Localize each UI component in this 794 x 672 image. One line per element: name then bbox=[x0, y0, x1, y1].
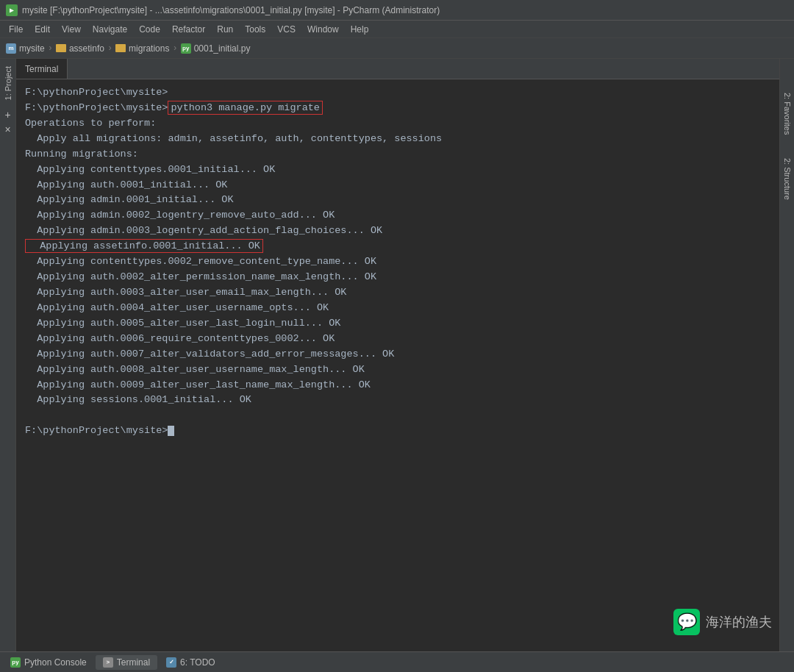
sidebar-tab-project[interactable]: 1: Project bbox=[1, 62, 15, 104]
breadcrumb-sep-3: › bbox=[172, 43, 177, 54]
terminal-line-14: Applying auth.0004_alter_user_username_o… bbox=[25, 301, 770, 316]
bottom-tab-label: Terminal bbox=[117, 657, 150, 668]
breadcrumb-label-file: 0001_initial.py bbox=[194, 43, 251, 54]
breadcrumb-migrations[interactable]: migrations bbox=[115, 43, 169, 54]
folder-icon-2 bbox=[115, 44, 126, 52]
menu-item-run[interactable]: Run bbox=[211, 23, 239, 36]
terminal-tab-bar: Terminal bbox=[16, 59, 779, 79]
menu-item-code[interactable]: Code bbox=[133, 23, 166, 36]
left-sidebar: 1: Project + × bbox=[0, 59, 16, 651]
terminal-line-13: Applying auth.0003_alter_user_email_max_… bbox=[25, 285, 770, 301]
terminal-line-17: Applying auth.0007_alter_validators_add_… bbox=[25, 347, 770, 362]
breadcrumb-sep-1: › bbox=[48, 43, 53, 54]
title-bar: ▶ mysite [F:\pythonProject\mysite] - ...… bbox=[0, 0, 794, 21]
title-text: mysite [F:\pythonProject\mysite] - ...\a… bbox=[22, 5, 440, 15]
watermark: 💬 海洋的渔夫 bbox=[673, 609, 772, 635]
menu-item-navigate[interactable]: Navigate bbox=[87, 23, 133, 36]
terminal-line-0: F:\pythonProject\mysite> bbox=[25, 85, 770, 101]
py-file-icon: py bbox=[181, 43, 191, 54]
menu-item-file[interactable]: File bbox=[3, 23, 29, 36]
terminal-line-22: F:\pythonProject\mysite> bbox=[25, 423, 770, 439]
right-tab-structure[interactable]: 2: Structure bbox=[781, 154, 794, 204]
terminal-icon: > bbox=[103, 657, 113, 668]
todo-icon: ✓ bbox=[166, 657, 176, 668]
terminal-line-10: Applying assetinfo.0001_initial... OK bbox=[25, 239, 770, 254]
sidebar-add-btn[interactable]: + bbox=[2, 109, 14, 121]
terminal-line-3: Apply all migrations: admin, assetinfo, … bbox=[25, 132, 770, 147]
terminal-line-2: Operations to perform: bbox=[25, 116, 770, 132]
terminal-body[interactable]: F:\pythonProject\mysite>F:\pythonProject… bbox=[16, 79, 779, 651]
breadcrumb-mysite[interactable]: m mysite bbox=[6, 43, 45, 54]
watermark-text: 海洋的渔夫 bbox=[706, 613, 772, 631]
terminal-line-1: F:\pythonProject\mysite>python3 manage.p… bbox=[25, 101, 770, 116]
terminal-tab[interactable]: Terminal bbox=[16, 59, 68, 79]
project-icon: m bbox=[6, 43, 16, 54]
breadcrumb-label-mysite: mysite bbox=[19, 43, 45, 54]
breadcrumb-assetinfo[interactable]: assetinfo bbox=[56, 43, 104, 54]
menu-item-view[interactable]: View bbox=[56, 23, 87, 36]
right-sidebar: 2: Favorites 2: Structure bbox=[779, 59, 794, 651]
terminal-container: Terminal F:\pythonProject\mysite>F:\pyth… bbox=[16, 59, 779, 651]
py-icon: py bbox=[10, 657, 21, 668]
terminal-line-9: Applying admin.0003_logentry_add_action_… bbox=[25, 224, 770, 239]
terminal-line-7: Applying admin.0001_initial... OK bbox=[25, 193, 770, 208]
sidebar-actions: + × bbox=[2, 109, 14, 135]
app-icon: ▶ bbox=[6, 4, 18, 16]
terminal-line-18: Applying auth.0008_alter_user_username_m… bbox=[25, 362, 770, 378]
menu-item-help[interactable]: Help bbox=[345, 23, 375, 36]
bottom-tab-python-console[interactable]: pyPython Console bbox=[3, 655, 94, 670]
terminal-line-15: Applying auth.0005_alter_user_last_login… bbox=[25, 316, 770, 332]
terminal-line-8: Applying admin.0002_logentry_remove_auto… bbox=[25, 208, 770, 224]
menu-item-refactor[interactable]: Refactor bbox=[166, 23, 211, 36]
breadcrumb-label-assetinfo: assetinfo bbox=[69, 43, 104, 54]
main-layout: 1: Project + × Terminal F:\pythonProject… bbox=[0, 59, 794, 651]
wechat-icon: 💬 bbox=[673, 609, 700, 635]
bottom-tab-label: 6: TODO bbox=[180, 657, 215, 668]
terminal-line-4: Running migrations: bbox=[25, 147, 770, 162]
menu-item-vcs[interactable]: VCS bbox=[271, 23, 301, 36]
menu-item-window[interactable]: Window bbox=[301, 23, 345, 36]
sidebar-close-btn[interactable]: × bbox=[2, 124, 14, 135]
bottom-tab-terminal[interactable]: >Terminal bbox=[96, 655, 157, 670]
breadcrumb-file[interactable]: py 0001_initial.py bbox=[181, 43, 251, 54]
terminal-line-21 bbox=[25, 408, 770, 423]
terminal-line-6: Applying auth.0001_initial... OK bbox=[25, 178, 770, 193]
breadcrumb-label-migrations: migrations bbox=[129, 43, 169, 54]
terminal-line-20: Applying sessions.0001_initial... OK bbox=[25, 393, 770, 408]
menu-item-tools[interactable]: Tools bbox=[239, 23, 271, 36]
folder-icon-1 bbox=[56, 44, 66, 52]
terminal-line-16: Applying auth.0006_require_contenttypes_… bbox=[25, 332, 770, 347]
bottom-tab-6:-todo[interactable]: ✓6: TODO bbox=[159, 655, 223, 670]
right-tab-favorites[interactable]: 2: Favorites bbox=[781, 88, 794, 139]
breadcrumb-bar: m mysite › assetinfo › migrations › py 0… bbox=[0, 38, 794, 59]
terminal-line-12: Applying auth.0002_alter_permission_name… bbox=[25, 270, 770, 285]
menu-item-edit[interactable]: Edit bbox=[29, 23, 56, 36]
breadcrumb-sep-2: › bbox=[107, 43, 112, 54]
menu-bar: FileEditViewNavigateCodeRefactorRunTools… bbox=[0, 21, 794, 38]
bottom-bar: pyPython Console>Terminal✓6: TODO bbox=[0, 651, 794, 672]
terminal-line-5: Applying contenttypes.0001_initial... OK bbox=[25, 162, 770, 178]
terminal-line-19: Applying auth.0009_alter_user_last_name_… bbox=[25, 378, 770, 393]
terminal-line-11: Applying contenttypes.0002_remove_conten… bbox=[25, 254, 770, 270]
bottom-tab-label: Python Console bbox=[24, 657, 87, 668]
